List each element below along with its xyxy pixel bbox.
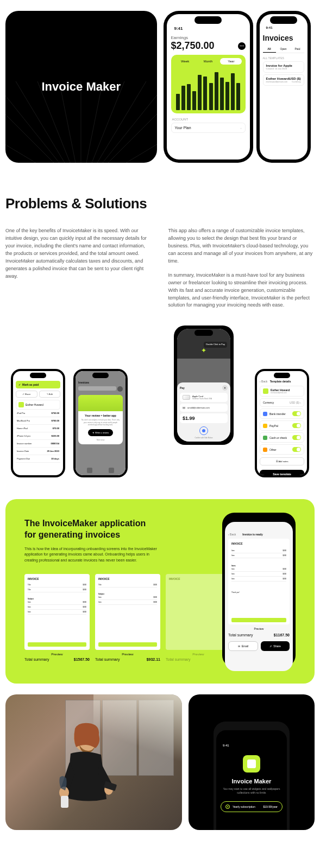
app-icon bbox=[243, 755, 260, 773]
promo-card: 9:41 Invoice Maker You may start to use … bbox=[189, 694, 315, 830]
mail-icon: ✉ bbox=[183, 406, 185, 410]
avatar bbox=[18, 402, 24, 407]
preview-card-faded: INVOICE Preview Total summary bbox=[166, 574, 231, 661]
invoice-page: INVOICE Title$000 Subject Item$000Item$0… bbox=[95, 574, 160, 650]
confirm-section: Confirm with Side Button bbox=[180, 426, 228, 439]
promo-phone: 9:41 Invoice Maker You may start to use … bbox=[214, 722, 290, 830]
hero-title: Invoice Maker bbox=[41, 80, 121, 94]
edit-button[interactable]: ✎ Edit bbox=[39, 391, 61, 398]
back-button[interactable]: ‹ Back bbox=[260, 380, 267, 383]
preview-label: Preview bbox=[95, 653, 160, 656]
payment-method-row[interactable]: Other bbox=[260, 444, 304, 455]
hero-section: Invoice Maker 9:41 Earnings $2,750.00 ⋯ … bbox=[0, 0, 320, 174]
status-time: 9:41 bbox=[221, 744, 283, 755]
payment-method-row[interactable]: PayPal bbox=[260, 420, 304, 431]
paypal-icon bbox=[263, 424, 267, 428]
add-notes-button[interactable]: ☰ Add notes bbox=[260, 457, 304, 465]
svg-line-13 bbox=[81, 125, 156, 163]
invoice-ready-phone: ‹ Back Invoice is ready INVOICE Item$000… bbox=[222, 513, 296, 667]
email-row[interactable]: ✉ arnold@robertson.com bbox=[180, 404, 228, 412]
email-button[interactable]: ✉Email bbox=[228, 641, 258, 651]
tab-year[interactable]: Year bbox=[220, 58, 242, 65]
tab-bar bbox=[79, 468, 122, 473]
tab-icon[interactable] bbox=[87, 468, 92, 473]
invoice-previews: INVOICE Title$000Title$000 Subject Item$… bbox=[24, 574, 177, 661]
tab-week[interactable]: Week bbox=[174, 58, 196, 65]
earnings-chart: Week Month Year bbox=[171, 55, 246, 113]
price-box: $1.99 bbox=[180, 413, 228, 423]
apple-pay-phone: Double Click to Pay ✦ Pay × Apple Card bbox=[174, 326, 234, 445]
apple-pay-label: Pay bbox=[180, 386, 185, 390]
save-template-button[interactable]: Save template bbox=[260, 470, 304, 475]
wave-graphic bbox=[78, 395, 123, 411]
share-button[interactable]: ↗ Share bbox=[16, 391, 37, 398]
currency-row[interactable]: Currency USD ($) › bbox=[260, 398, 304, 407]
svg-rect-20 bbox=[61, 796, 68, 808]
screen-title: Template details bbox=[270, 380, 291, 383]
mark-paid-badge[interactable]: ✓ Mark as paid bbox=[16, 381, 60, 388]
mail-icon: ✉ bbox=[238, 644, 240, 648]
screen-title: Invoice is ready bbox=[242, 533, 263, 536]
toggle[interactable] bbox=[292, 447, 301, 452]
meta-row: Invoice Date29 Jan 2023 bbox=[16, 448, 60, 455]
hero-phones: 9:41 Earnings $2,750.00 ⋯ Week Month Yea… bbox=[164, 11, 315, 163]
not-now-button[interactable]: Not now bbox=[81, 438, 120, 441]
plan-row[interactable]: Your Plan › bbox=[171, 123, 246, 133]
line-item: Home iPad$70.00 bbox=[16, 425, 60, 432]
earnings-label: Earnings bbox=[171, 35, 246, 40]
more-icon[interactable]: ⋯ bbox=[238, 42, 246, 50]
review-modal: Your review = better app No, don't use a… bbox=[78, 395, 123, 444]
tab-open[interactable]: Open bbox=[277, 46, 290, 53]
invoice-item[interactable]: Invoice for Apple Created: 14 Jan 2023 bbox=[263, 61, 304, 73]
pay-instruction: Double Click to Pay bbox=[204, 342, 227, 348]
chart-bars bbox=[174, 67, 242, 110]
tab-paid[interactable]: Paid bbox=[291, 46, 304, 53]
close-icon[interactable]: × bbox=[222, 385, 228, 391]
pay-sheet: Pay × Apple Card Goldman Sachs Bank USA bbox=[177, 382, 230, 442]
subscription-option[interactable]: Yearly subscription $19.99/year bbox=[221, 801, 283, 812]
phones-cluster: ✓ Mark as paid ↗ Share ✎ Edit Esther How… bbox=[0, 326, 320, 499]
problems-section: Problems & Solutions One of the key bene… bbox=[0, 174, 320, 326]
side-button-icon bbox=[199, 426, 208, 435]
toggle[interactable] bbox=[292, 423, 301, 428]
total-summary: Total summary $1167.50 bbox=[228, 633, 290, 637]
green-heading: The InvoiceMaker application for generat… bbox=[24, 518, 155, 541]
line-item: iPhone 14 pro$225.00 bbox=[16, 432, 60, 440]
write-review-button[interactable]: ★ Write a review bbox=[88, 429, 113, 436]
line-item: iPad Pro$750.00 bbox=[16, 410, 60, 417]
back-button[interactable]: ‹ Back bbox=[228, 533, 236, 536]
problems-left-col: One of the key benefits of InvoiceMaker … bbox=[5, 227, 152, 309]
client-row[interactable]: Esther Howardest.howard@mail.com bbox=[260, 386, 304, 397]
chart-tabs: Week Month Year bbox=[174, 58, 242, 65]
payment-method-row[interactable]: Bank transfer bbox=[260, 409, 304, 419]
section-heading: Problems & Solutions bbox=[5, 195, 315, 212]
bank-icon bbox=[263, 412, 267, 416]
invoices-title: Invoices bbox=[263, 34, 304, 42]
invoices-phone-mockup: 9:41 Invoices All Open Paid ALL TEMPLATE… bbox=[256, 11, 311, 163]
toggle[interactable] bbox=[292, 435, 301, 440]
svg-line-11 bbox=[5, 125, 81, 163]
card-row[interactable]: Apple Card Goldman Sachs Bank USA bbox=[180, 393, 228, 402]
earnings-amount: $2,750.00 ⋯ bbox=[171, 40, 246, 52]
modal-title: Your review = better app bbox=[81, 414, 120, 417]
meta-row: Invoice number0000154 bbox=[16, 440, 60, 448]
review-modal-phone: Invoices Your review = better app No, do… bbox=[73, 369, 128, 477]
share-button[interactable]: ↗Share bbox=[261, 641, 290, 651]
phone-notch bbox=[194, 16, 222, 24]
templates-label: ALL TEMPLATES bbox=[263, 56, 304, 60]
green-section: The InvoiceMaker application for generat… bbox=[5, 499, 315, 684]
tab-all[interactable]: All bbox=[263, 46, 276, 53]
diamond-icon: ✦ bbox=[201, 347, 206, 354]
payment-method-row[interactable]: Cash or check bbox=[260, 432, 304, 443]
client-row[interactable]: Esther Howard bbox=[16, 400, 60, 410]
tab-month[interactable]: Month bbox=[197, 58, 219, 65]
promo-title: Invoice Maker bbox=[221, 778, 283, 784]
preview-card: INVOICE Title$000 Subject Item$000Item$0… bbox=[95, 574, 160, 661]
hero-title-card: Invoice Maker bbox=[5, 11, 157, 163]
invoice-item[interactable]: Esther Howard est.howard@mail.com USD ($… bbox=[263, 74, 304, 86]
bottom-section: 9:41 Invoice Maker You may start to use … bbox=[0, 684, 320, 841]
preview-label: Preview bbox=[24, 653, 90, 656]
toggle[interactable] bbox=[292, 411, 301, 416]
tab-icon[interactable] bbox=[109, 468, 114, 473]
template-details-phone: ‹ Back Template details Esther Howardest… bbox=[255, 369, 309, 477]
